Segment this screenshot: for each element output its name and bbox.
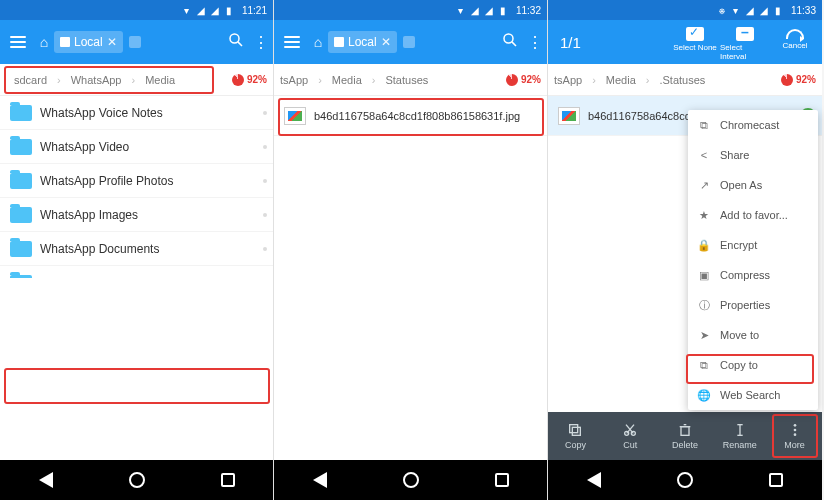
- globe-icon: 🌐: [696, 387, 712, 403]
- open-icon: ↗: [696, 177, 712, 193]
- file-list: b46d116758a64c8cd1f808b86158631f.jpg: [274, 96, 547, 278]
- location-tab[interactable]: Local ✕: [328, 31, 397, 53]
- android-navbar: [0, 460, 273, 500]
- more-dot[interactable]: [263, 179, 267, 183]
- more-dot[interactable]: [263, 145, 267, 149]
- svg-rect-4: [573, 427, 581, 435]
- select-interval-button[interactable]: Select Interval: [720, 23, 770, 61]
- cancel-button[interactable]: Cancel: [770, 23, 820, 61]
- status-bar: ⎈ ▾ ◢ ◢ ▮ 11:33: [548, 0, 822, 20]
- back-icon[interactable]: [310, 470, 330, 490]
- svg-point-17: [793, 429, 796, 432]
- breadcrumb-segment[interactable]: Media: [322, 74, 372, 86]
- new-tab-icon[interactable]: [129, 36, 141, 48]
- recent-icon[interactable]: [492, 470, 512, 490]
- folder-icon: [10, 241, 32, 257]
- folder-list: WhatsApp Voice Notes WhatsApp Video What…: [0, 96, 273, 278]
- close-icon[interactable]: ✕: [107, 35, 117, 49]
- app-bar: ⌂ Local ✕ ⋮: [0, 20, 273, 64]
- sdcard-icon: [334, 37, 344, 47]
- breadcrumb-segment[interactable]: sdcard: [4, 74, 57, 86]
- list-item[interactable]: b46d116758a64c8cd1f808b86158631f.jpg: [274, 96, 547, 136]
- menu-icon[interactable]: [276, 36, 308, 48]
- status-bar: ▾ ◢ ◢ ▮ 11:21: [0, 0, 273, 20]
- search-icon[interactable]: [495, 31, 525, 53]
- menu-item-web-search[interactable]: 🌐Web Search: [688, 380, 818, 410]
- home-icon[interactable]: [401, 470, 421, 490]
- storage-indicator: 92%: [232, 74, 267, 86]
- menu-item-open-as[interactable]: ↗Open As: [688, 170, 818, 200]
- menu-item-compress[interactable]: ▣Compress: [688, 260, 818, 290]
- clock: 11:21: [242, 5, 267, 16]
- action-cut[interactable]: Cut: [603, 412, 658, 460]
- overflow-icon[interactable]: ⋮: [251, 33, 271, 52]
- recent-icon[interactable]: [766, 470, 786, 490]
- image-thumbnail-icon: [558, 107, 580, 125]
- folder-icon: [10, 105, 32, 121]
- menu-item-encrypt[interactable]: 🔒Encrypt: [688, 230, 818, 260]
- signal-icon: ◢: [745, 5, 755, 16]
- breadcrumb-segment[interactable]: Media: [135, 74, 185, 86]
- file-name: b46d116758a64c8cd1f808b86158631f.jpg: [314, 110, 541, 122]
- menu-item-properties[interactable]: ⓘProperties: [688, 290, 818, 320]
- select-none-button[interactable]: Select None: [670, 23, 720, 61]
- back-icon[interactable]: [36, 470, 56, 490]
- more-dot[interactable]: [263, 247, 267, 251]
- sdcard-icon: [60, 37, 70, 47]
- menu-item-share[interactable]: <Share: [688, 140, 818, 170]
- move-icon: ➤: [696, 327, 712, 343]
- list-item[interactable]: WhatsApp Documents: [0, 232, 273, 266]
- breadcrumb: sdcard› WhatsApp› Media 92%: [0, 64, 273, 96]
- list-item[interactable]: WhatsApp Images: [0, 198, 273, 232]
- menu-item-chromecast[interactable]: ⧉Chromecast: [688, 110, 818, 140]
- copy-icon: ⧉: [696, 357, 712, 373]
- more-dot[interactable]: [263, 111, 267, 115]
- folder-icon: [10, 173, 32, 189]
- list-item[interactable]: WhatsApp Video: [0, 130, 273, 164]
- breadcrumb-segment[interactable]: tsApp: [552, 74, 592, 86]
- chromecast-icon: ⧉: [696, 117, 712, 133]
- breadcrumb-segment[interactable]: WhatsApp: [61, 74, 132, 86]
- location-icon: ⎈: [717, 5, 727, 16]
- star-icon: ★: [696, 207, 712, 223]
- recent-icon[interactable]: [218, 470, 238, 490]
- compress-icon: ▣: [696, 267, 712, 283]
- breadcrumb-segment[interactable]: tsApp: [278, 74, 318, 86]
- selection-app-bar: 1/1 Select None Select Interval Cancel: [548, 20, 822, 64]
- list-item[interactable]: WhatsApp Audio: [0, 266, 273, 278]
- image-thumbnail-icon: [284, 107, 306, 125]
- menu-icon[interactable]: [2, 36, 34, 48]
- svg-line-1: [238, 42, 242, 46]
- breadcrumb-segment[interactable]: Media: [596, 74, 646, 86]
- action-more[interactable]: More: [767, 412, 822, 460]
- wifi-icon: ▾: [731, 5, 741, 16]
- action-rename[interactable]: Rename: [712, 412, 767, 460]
- new-tab-icon[interactable]: [403, 36, 415, 48]
- home-icon[interactable]: ⌂: [308, 34, 328, 50]
- app-bar: ⌂ Local ✕ ⋮: [274, 20, 547, 64]
- breadcrumb-segment[interactable]: .Statuses: [649, 74, 715, 86]
- menu-item-copy-to[interactable]: ⧉Copy to: [688, 350, 818, 380]
- home-icon[interactable]: [127, 470, 147, 490]
- svg-point-0: [230, 34, 239, 43]
- signal-icon: ◢: [759, 5, 769, 16]
- svg-rect-5: [570, 425, 578, 433]
- breadcrumb-segment[interactable]: Statuses: [375, 74, 438, 86]
- search-icon[interactable]: [221, 31, 251, 53]
- svg-rect-10: [681, 427, 689, 436]
- list-item[interactable]: WhatsApp Profile Photos: [0, 164, 273, 198]
- more-dot[interactable]: [263, 213, 267, 217]
- home-icon[interactable]: [675, 470, 695, 490]
- android-navbar: [274, 460, 547, 500]
- action-delete[interactable]: Delete: [658, 412, 713, 460]
- svg-point-16: [793, 424, 796, 427]
- overflow-icon[interactable]: ⋮: [525, 33, 545, 52]
- menu-item-move-to[interactable]: ➤Move to: [688, 320, 818, 350]
- list-item[interactable]: WhatsApp Voice Notes: [0, 96, 273, 130]
- menu-item-favorite[interactable]: ★Add to favor...: [688, 200, 818, 230]
- home-icon[interactable]: ⌂: [34, 34, 54, 50]
- back-icon[interactable]: [584, 470, 604, 490]
- action-copy[interactable]: Copy: [548, 412, 603, 460]
- location-tab[interactable]: Local ✕: [54, 31, 123, 53]
- close-icon[interactable]: ✕: [381, 35, 391, 49]
